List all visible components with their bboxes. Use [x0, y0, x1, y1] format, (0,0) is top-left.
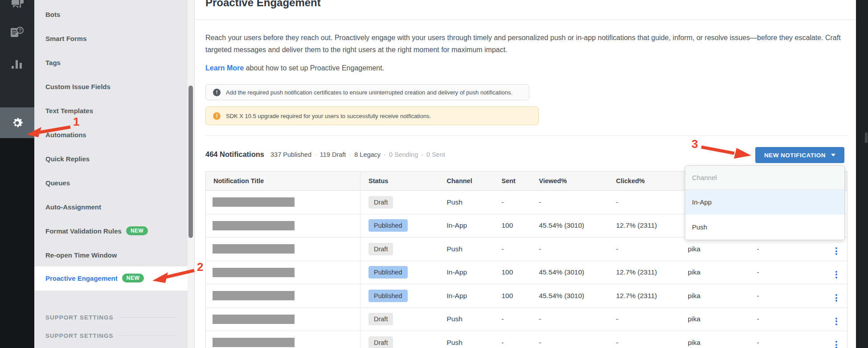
- new-badge: NEW: [126, 226, 148, 235]
- notification-title-cell: [206, 284, 360, 308]
- sent-cell: -: [502, 191, 539, 214]
- sidebar-item-label: Tags: [45, 59, 61, 66]
- table-row[interactable]: Published In-App 100 45.54% (3010) 12.7%…: [206, 261, 848, 284]
- chevron-down-icon: [831, 154, 835, 156]
- analytics-icon[interactable]: [12, 57, 23, 70]
- sidebar-item-automations[interactable]: Automations: [34, 123, 188, 147]
- redacted-title-bar: [213, 315, 295, 324]
- sidebar-item-label: Bots: [45, 11, 60, 18]
- clicked-cell: -: [616, 191, 688, 214]
- page-description: Reach your users before they reach out. …: [205, 32, 851, 56]
- stat-draft: 119 Draft: [320, 151, 346, 158]
- column-header-clicked: Clicked%: [616, 172, 688, 191]
- stat-separator: ·: [384, 151, 386, 158]
- section-divider: [205, 135, 847, 136]
- status-badge: Published: [368, 290, 408, 302]
- sidebar-item-custom-issue-fields[interactable]: Custom Issue Fields: [34, 75, 188, 99]
- new-notification-button[interactable]: NEW NOTIFICATION: [755, 147, 844, 163]
- table-row[interactable]: Draft Push - - - pika -: [206, 307, 848, 331]
- main-content: Proactive Engagement Reach your users be…: [195, 0, 856, 348]
- kebab-menu-icon[interactable]: [833, 318, 837, 325]
- dropdown-option-in-app[interactable]: In-App: [685, 190, 844, 215]
- notification-title-cell: [206, 261, 360, 284]
- sidebar-scrollbar-thumb[interactable]: [188, 86, 193, 238]
- column-header-notification-title: Notification Title: [206, 172, 360, 191]
- sidebar-item-label: Auto-Assignment: [45, 203, 101, 211]
- kebab-menu-icon[interactable]: [833, 294, 837, 302]
- stat-separator: ·: [421, 151, 423, 158]
- table-row[interactable]: Published In-App 100 45.54% (3010) 12.7%…: [206, 284, 848, 308]
- sidebar-item-queues[interactable]: Queues: [34, 171, 188, 195]
- sidebar-item-label: Text Templates: [45, 107, 93, 115]
- sent-cell: -: [502, 331, 539, 348]
- stat-published: 337 Published: [270, 151, 311, 158]
- kebab-menu-icon[interactable]: [833, 271, 837, 278]
- status-cell: Draft: [360, 331, 447, 348]
- column-header-channel: Channel: [447, 172, 502, 191]
- clicked-cell: 12.7% (2311): [616, 214, 688, 237]
- table-row[interactable]: Draft Push - - - pika -: [206, 331, 848, 348]
- table-row[interactable]: Draft Push - - - pika -: [206, 237, 848, 261]
- sidebar-item-label: Automations: [45, 131, 86, 139]
- sent-cell: 100: [502, 261, 539, 284]
- stat-sent: 0 Sent: [426, 151, 445, 158]
- column-header-sent: Sent: [502, 172, 539, 191]
- sidebar-item-label: Proactive Engagement: [45, 274, 118, 282]
- channel-dropdown-menu: Channel In-App Push: [685, 165, 845, 240]
- warning-exclamation-icon: !: [213, 112, 221, 120]
- notification-title-cell: [206, 307, 360, 331]
- section-divider: [119, 317, 176, 318]
- chat-icon[interactable]: [11, 0, 24, 11]
- status-badge: Published: [368, 219, 408, 232]
- sidebar-item-tags[interactable]: Tags: [34, 51, 188, 75]
- channel-cell: In-App: [447, 261, 502, 284]
- sidebar-item-smart-forms[interactable]: Smart Forms: [34, 27, 188, 51]
- owner-cell: pika: [688, 284, 757, 308]
- sidebar-item-quick-replies[interactable]: Quick Replies: [34, 147, 188, 171]
- sidebar-item-auto-assignment[interactable]: Auto-Assignment: [34, 195, 188, 219]
- kebab-menu-icon[interactable]: [833, 341, 837, 348]
- viewed-cell: -: [539, 237, 616, 261]
- redacted-title-bar: [213, 338, 295, 347]
- sent-cell: 100: [502, 214, 539, 237]
- extra-cell: -: [757, 261, 833, 284]
- status-badge: Published: [368, 266, 408, 278]
- kebab-menu-icon[interactable]: [833, 247, 837, 255]
- row-actions-cell: [833, 284, 848, 308]
- status-badge: Draft: [368, 243, 393, 255]
- status-badge: Draft: [368, 313, 393, 325]
- redacted-title-bar: [213, 197, 295, 207]
- owner-cell: pika: [688, 307, 757, 331]
- sidebar-item-reopen-time-window[interactable]: Re-open Time Window: [34, 243, 188, 267]
- notification-title-cell: [206, 331, 360, 348]
- channel-cell: Push: [447, 191, 502, 214]
- sdk-upgrade-banner: ! SDK X 10.5 upgrade required for your u…: [205, 106, 539, 125]
- sidebar-item-bots[interactable]: Bots: [34, 3, 188, 27]
- new-badge: NEW: [122, 274, 144, 282]
- sidebar-item-proactive-engagement[interactable]: Proactive EngagementNEW: [34, 266, 188, 291]
- sent-cell: -: [502, 307, 539, 331]
- help-articles-icon[interactable]: ?: [10, 26, 24, 41]
- status-cell: Draft: [360, 307, 447, 331]
- extra-cell: -: [757, 284, 833, 308]
- settings-gear-icon[interactable]: [10, 116, 24, 131]
- dropdown-option-push[interactable]: Push: [685, 215, 844, 240]
- clicked-cell: -: [616, 331, 688, 348]
- sidebar-item-label: Queues: [45, 179, 70, 187]
- notification-title-cell: [206, 191, 360, 214]
- column-header-viewed: Viewed%: [539, 172, 616, 191]
- channel-cell: In-App: [447, 214, 502, 237]
- sidebar-item-format-validation-rules[interactable]: Format Validation RulesNEW: [34, 219, 188, 243]
- svg-text:?: ?: [19, 28, 21, 33]
- learn-more-link[interactable]: Learn More: [205, 64, 244, 72]
- banner-text: Add the required push notification certi…: [226, 89, 512, 96]
- row-actions-cell: [833, 307, 848, 331]
- sidebar-item-label: Format Validation Rules: [45, 227, 122, 235]
- new-notification-button-label: NEW NOTIFICATION: [764, 152, 826, 159]
- owner-cell: pika: [688, 331, 757, 348]
- page-scrollbar-thumb[interactable]: [865, 132, 868, 143]
- status-cell: Published: [360, 261, 447, 284]
- extra-cell: -: [757, 307, 833, 331]
- page-title: Proactive Engagement: [205, 0, 321, 9]
- sidebar-item-text-templates[interactable]: Text Templates: [34, 99, 188, 123]
